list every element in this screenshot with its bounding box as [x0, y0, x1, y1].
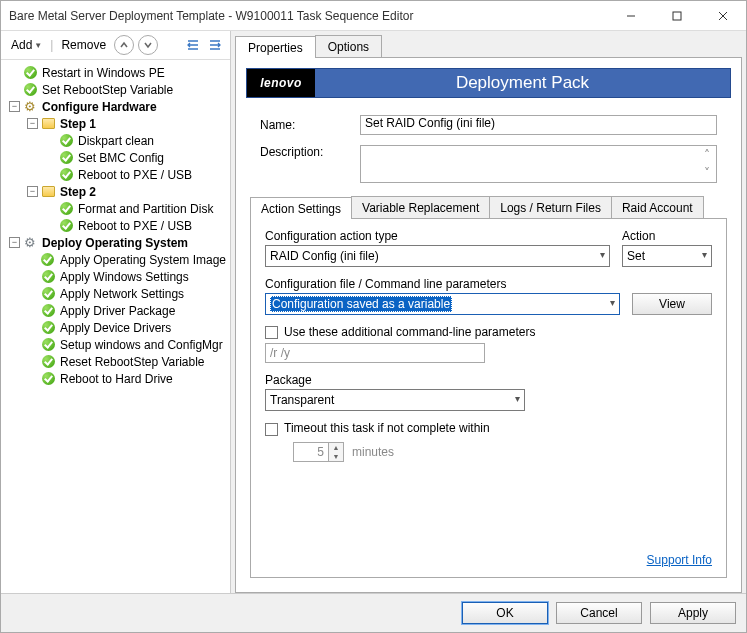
tree-node[interactable]: Apply Driver Package [3, 302, 228, 319]
package-select[interactable]: Transparent [265, 389, 525, 411]
ok-button[interactable]: OK [462, 602, 548, 624]
spin-down-icon[interactable]: ▼ [329, 452, 343, 461]
tree-node[interactable]: Diskpart clean [3, 132, 228, 149]
folder-icon [41, 185, 55, 199]
config-file-combo[interactable]: Configuration saved as a variable [265, 293, 620, 315]
config-file-label: Configuration file / Command line parame… [265, 277, 620, 291]
window-title: Bare Metal Server Deployment Template - … [1, 9, 608, 23]
tree-node-label: Reset RebootStep Variable [58, 355, 207, 369]
minimize-button[interactable] [608, 1, 654, 31]
support-info-link[interactable]: Support Info [647, 553, 712, 567]
check-icon [59, 168, 73, 182]
check-icon [59, 202, 73, 216]
tree-node[interactable]: Apply Windows Settings [3, 268, 228, 285]
check-icon [41, 338, 55, 352]
tree-node[interactable]: Setup windows and ConfigMgr [3, 336, 228, 353]
tree-node[interactable]: Reboot to PXE / USB [3, 166, 228, 183]
check-icon [41, 287, 55, 301]
left-toolbar: Add ▼ | Remove [1, 31, 230, 60]
tree-node[interactable]: Reboot to Hard Drive [3, 370, 228, 387]
check-icon [41, 253, 55, 267]
check-icon [41, 321, 55, 335]
move-up-button[interactable] [114, 35, 134, 55]
timeout-checkbox[interactable]: Timeout this task if not complete within [265, 421, 490, 435]
add-button[interactable]: Add ▼ [7, 36, 46, 54]
tree-node[interactable]: −Step 2 [3, 183, 228, 200]
tree-toggle[interactable]: − [27, 186, 38, 197]
close-button[interactable] [700, 1, 746, 31]
check-icon [59, 151, 73, 165]
tree-node-label: Configure Hardware [40, 100, 159, 114]
tree-node[interactable]: Restart in Windows PE [3, 64, 228, 81]
tree-node[interactable]: Set BMC Config [3, 149, 228, 166]
tree-node-label: Reboot to PXE / USB [76, 168, 194, 182]
banner-title: Deployment Pack [315, 69, 730, 97]
additional-params-input [265, 343, 485, 363]
check-icon [23, 66, 37, 80]
action-select[interactable]: Set [622, 245, 712, 267]
lenovo-logo: lenovo [247, 69, 315, 97]
spin-up-icon[interactable]: ▲ [329, 443, 343, 452]
cancel-button[interactable]: Cancel [556, 602, 642, 624]
tree-node[interactable]: Format and Partition Disk [3, 200, 228, 217]
tree-toggle[interactable]: − [9, 237, 20, 248]
tab-variable-replacement[interactable]: Variable Replacement [351, 196, 490, 218]
tab-action-settings[interactable]: Action Settings [250, 197, 352, 219]
tree-node[interactable]: Apply Device Drivers [3, 319, 228, 336]
view-button[interactable]: View [632, 293, 712, 315]
name-input[interactable]: Set RAID Config (ini file) [360, 115, 717, 135]
gear-icon: ⚙ [23, 100, 37, 114]
tree-node[interactable]: Set RebootStep Variable [3, 81, 228, 98]
tree-node[interactable]: −⚙Configure Hardware [3, 98, 228, 115]
tree-toggle[interactable]: − [9, 101, 20, 112]
apply-button[interactable]: Apply [650, 602, 736, 624]
tree-node[interactable]: Reboot to PXE / USB [3, 217, 228, 234]
maximize-button[interactable] [654, 1, 700, 31]
indent-button[interactable] [206, 36, 224, 54]
move-down-button[interactable] [138, 35, 158, 55]
tree-node[interactable]: −⚙Deploy Operating System [3, 234, 228, 251]
check-icon [41, 372, 55, 386]
package-label: Package [265, 373, 525, 387]
tree-node[interactable]: Apply Network Settings [3, 285, 228, 302]
config-type-select[interactable]: RAID Config (ini file) [265, 245, 610, 267]
timeout-unit: minutes [352, 445, 394, 459]
svg-rect-1 [673, 12, 681, 20]
tree-node-label: Diskpart clean [76, 134, 156, 148]
tree-node[interactable]: −Step 1 [3, 115, 228, 132]
tree-node-label: Deploy Operating System [40, 236, 190, 250]
task-sequence-tree[interactable]: Restart in Windows PESet RebootStep Vari… [1, 60, 230, 593]
tab-options[interactable]: Options [315, 35, 382, 57]
tree-node-label: Step 1 [58, 117, 98, 131]
check-icon [41, 355, 55, 369]
tab-logs-return-files[interactable]: Logs / Return Files [489, 196, 612, 218]
tree-node[interactable]: Reset RebootStep Variable [3, 353, 228, 370]
tree-node-label: Step 2 [58, 185, 98, 199]
check-icon [41, 270, 55, 284]
folder-icon [41, 117, 55, 131]
tree-node-label: Set RebootStep Variable [40, 83, 175, 97]
tree-node-label: Set BMC Config [76, 151, 166, 165]
tree-node-label: Apply Windows Settings [58, 270, 191, 284]
additional-params-checkbox[interactable]: Use these additional command-line parame… [265, 325, 535, 339]
tree-node-label: Restart in Windows PE [40, 66, 167, 80]
name-label: Name: [260, 118, 340, 132]
cog-icon: ⚙ [23, 236, 37, 250]
tree-node[interactable]: Apply Operating System Image [3, 251, 228, 268]
tree-node-label: Setup windows and ConfigMgr [58, 338, 225, 352]
tree-node-label: Reboot to Hard Drive [58, 372, 175, 386]
tree-node-label: Format and Partition Disk [76, 202, 215, 216]
action-label: Action [622, 229, 712, 243]
title-bar: Bare Metal Server Deployment Template - … [1, 1, 746, 31]
tab-properties[interactable]: Properties [235, 36, 316, 58]
description-label: Description: [260, 145, 340, 159]
check-icon [41, 304, 55, 318]
tab-raid-account[interactable]: Raid Account [611, 196, 704, 218]
description-input[interactable]: ˄˅ [360, 145, 717, 183]
tree-toggle[interactable]: − [27, 118, 38, 129]
timeout-value[interactable] [293, 442, 329, 462]
remove-button[interactable]: Remove [57, 36, 110, 54]
outdent-button[interactable] [184, 36, 202, 54]
timeout-spinner[interactable]: ▲▼ [293, 442, 344, 462]
check-icon [59, 219, 73, 233]
